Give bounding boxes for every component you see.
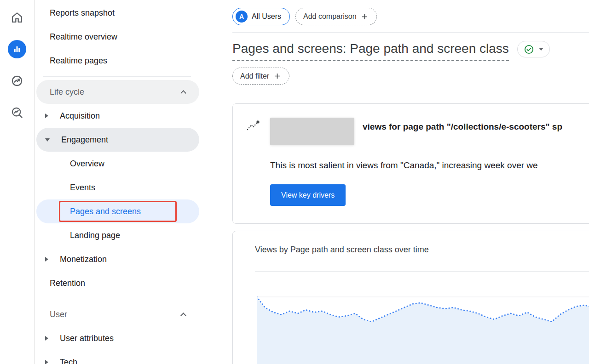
report-title: Pages and screens: Page path and screen …	[232, 41, 509, 61]
sidebar-item-pages-and-screens[interactable]: Pages and screens	[36, 199, 199, 223]
home-icon	[11, 11, 23, 24]
sidebar-item-landing-page[interactable]: Landing page	[36, 223, 199, 247]
all-users-avatar: A	[236, 11, 248, 23]
arrow-right-icon	[45, 257, 48, 262]
add-comparison-label: Add comparison	[303, 12, 357, 21]
caret-down-icon	[539, 48, 543, 51]
main-content: A All Users Add comparison Pages and scr…	[200, 0, 589, 364]
nav-home-button[interactable]	[8, 8, 26, 27]
sidebar-item-label: Monetization	[60, 255, 107, 264]
add-filter-chip[interactable]: Add filter	[232, 68, 289, 85]
sidebar-divider	[43, 76, 191, 77]
views-line-chart	[257, 279, 589, 364]
nav-advertising-button[interactable]	[8, 72, 26, 90]
chart-card-divider	[255, 271, 589, 272]
chevron-up-icon	[180, 313, 186, 318]
chevron-up-icon	[180, 90, 186, 96]
sidebar-item-tech[interactable]: Tech	[36, 350, 199, 364]
plus-icon	[360, 12, 369, 21]
all-users-label: All Users	[252, 12, 281, 21]
all-users-chip[interactable]: A All Users	[232, 8, 290, 25]
chart-title: Views by Page path and screen class over…	[233, 245, 589, 255]
sidebar-item-realtime-overview[interactable]: Realtime overview	[36, 25, 199, 49]
insight-detail: This is most salient in views from "Cana…	[270, 160, 589, 171]
insight-headline: views for page path "/collections/e-scoo…	[363, 122, 562, 132]
add-comparison-chip[interactable]: Add comparison	[295, 8, 377, 25]
sidebar-item-label: Retention	[36, 279, 85, 288]
chart-card: Views by Page path and screen class over…	[232, 231, 589, 364]
redacted-metric	[270, 118, 354, 145]
sidebar-item-label: Tech	[60, 358, 77, 364]
nav-reports-button[interactable]	[8, 40, 26, 58]
section-header-label: Life cycle	[36, 87, 84, 97]
data-quality-button[interactable]	[517, 41, 550, 57]
reports-sidebar: Reports snapshot Realtime overview Realt…	[35, 0, 200, 364]
sidebar-item-events[interactable]: Events	[36, 176, 199, 199]
sidebar-item-label: Realtime overview	[36, 32, 117, 42]
sidebar-item-label: Reports snapshot	[36, 8, 115, 18]
arrow-right-icon	[45, 336, 48, 341]
comparison-chips-row: A All Users Add comparison	[232, 8, 589, 25]
sidebar-item-label: User attributes	[60, 334, 114, 343]
sidebar-item-label: Engagement	[61, 135, 108, 145]
sidebar-item-user-attributes[interactable]: User attributes	[36, 326, 199, 350]
nav-explore-button[interactable]	[8, 103, 26, 122]
header-divider	[232, 32, 589, 33]
sidebar-item-acquisition[interactable]: Acquisition	[36, 104, 199, 128]
sidebar-section-user[interactable]: User	[36, 302, 199, 326]
sidebar-item-label: Realtime pages	[36, 56, 107, 66]
arrow-down-icon	[45, 138, 50, 142]
sidebar-item-reports-snapshot[interactable]: Reports snapshot	[36, 1, 199, 25]
sidebar-section-life-cycle[interactable]: Life cycle	[36, 80, 199, 104]
sidebar-item-monetization[interactable]: Monetization	[36, 247, 199, 271]
insight-card: views for page path "/collections/e-scoo…	[232, 103, 589, 224]
view-key-drivers-button[interactable]: View key drivers	[270, 184, 346, 206]
sidebar-item-label: Overview	[36, 159, 104, 169]
insights-sparkline-icon	[246, 119, 261, 223]
sidebar-item-label: Pages and screens	[36, 207, 141, 216]
filter-row: Add filter	[232, 68, 589, 85]
arrow-right-icon	[45, 360, 48, 364]
add-filter-label: Add filter	[240, 72, 269, 80]
arrow-right-icon	[45, 114, 48, 118]
reports-active-indicator	[8, 40, 26, 58]
check-circle-icon	[524, 44, 534, 55]
report-title-row: Pages and screens: Page path and screen …	[232, 41, 589, 61]
sidebar-item-label: Acquisition	[60, 111, 100, 121]
sidebar-item-engagement[interactable]: Engagement	[36, 128, 199, 152]
sidebar-divider	[43, 299, 191, 299]
insight-headline-row: views for page path "/collections/e-scoo…	[270, 118, 589, 145]
sidebar-item-retention[interactable]: Retention	[36, 271, 199, 295]
sidebar-item-label: Events	[36, 183, 95, 193]
nav-rail	[0, 0, 35, 364]
sidebar-item-label: Landing page	[36, 231, 120, 240]
advertising-icon	[11, 74, 23, 87]
chart-area-fill	[257, 297, 589, 364]
explore-icon	[11, 106, 23, 119]
section-header-label: User	[36, 310, 67, 319]
sidebar-item-overview[interactable]: Overview	[36, 152, 199, 176]
plus-icon	[273, 72, 282, 80]
sidebar-item-realtime-pages[interactable]: Realtime pages	[36, 49, 199, 73]
reports-bar-chart-icon	[12, 45, 22, 54]
insight-body: views for page path "/collections/e-scoo…	[270, 118, 589, 223]
